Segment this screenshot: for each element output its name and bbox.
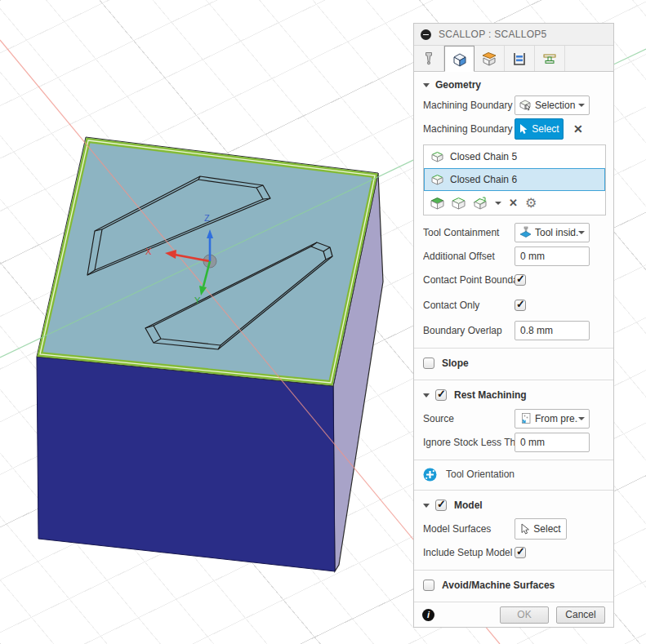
additional-offset-label: Additional Offset <box>423 251 515 262</box>
tool-containment-row: Tool Containment Tool insid... <box>414 220 613 244</box>
model-surfaces-row: Model Surfaces Select <box>414 517 613 540</box>
ignore-stock-label: Ignore Stock Less Th... <box>423 437 515 448</box>
dialog-title: SCALLOP : SCALLOP5 <box>439 29 547 40</box>
selection-cube-icon <box>519 99 532 111</box>
additional-offset-row: Additional Offset <box>414 244 613 268</box>
chevron-down-icon <box>423 83 430 87</box>
ignore-stock-row: Ignore Stock Less Th... <box>414 430 613 454</box>
machining-boundary-selection-label: Machining Boundary ... <box>423 123 515 135</box>
dropdown-caret-icon <box>578 231 585 234</box>
model-surfaces-select-button[interactable]: Select <box>515 518 567 540</box>
tool-orientation-label: Tool Orientation <box>446 469 515 480</box>
passes-icon <box>511 51 528 67</box>
tab-linking[interactable] <box>535 46 565 71</box>
model-surfaces-label: Model Surfaces <box>423 523 515 535</box>
source-value: From pre... <box>535 413 578 424</box>
boundary-overlap-label: Boundary Overlap <box>423 325 515 336</box>
machining-boundary-value: Selection <box>535 100 578 111</box>
tool-inside-icon <box>519 226 532 238</box>
boundary-overlap-input[interactable] <box>515 321 590 340</box>
tool-containment-dropdown[interactable]: Tool insid... <box>515 223 590 242</box>
cursor-icon <box>519 123 528 135</box>
section-avoid-header: Avoid/Machine Surfaces <box>414 571 613 593</box>
dialog-collapse-icon[interactable] <box>421 29 431 40</box>
tab-geometry[interactable] <box>444 46 474 72</box>
section-rest-machining-header[interactable]: Rest Machining <box>414 380 613 403</box>
clear-selection-icon[interactable]: ✕ <box>573 122 583 135</box>
source-row: Source From pre... <box>414 406 613 430</box>
list-item-closed-chain-6[interactable]: Closed Chain 6 <box>424 168 605 191</box>
select-face-icon[interactable] <box>430 197 444 210</box>
tool-containment-label: Tool Containment <box>423 227 515 238</box>
machining-boundary-select-row: Machining Boundary ... Select ✕ <box>414 117 613 140</box>
avoid-surfaces-checkbox[interactable] <box>423 580 434 591</box>
dropdown-caret-icon <box>578 104 585 107</box>
contact-point-checkbox[interactable] <box>515 274 526 286</box>
heights-icon <box>481 51 497 67</box>
contact-only-row: Contact Only <box>414 291 613 318</box>
tab-tool[interactable] <box>414 46 444 71</box>
machining-boundary-label: Machining Boundary <box>423 100 515 111</box>
tool-containment-value: Tool insid... <box>535 227 578 238</box>
section-slope-header: Slope <box>414 349 613 371</box>
linking-icon <box>541 51 558 67</box>
z-axis-label: Z <box>204 213 210 223</box>
dialog-tabbar <box>414 46 613 72</box>
include-setup-model-label: Include Setup Model <box>423 547 515 558</box>
source-label: Source <box>423 413 515 424</box>
machining-boundary-select-button[interactable]: Select <box>515 118 564 140</box>
dialog-titlebar[interactable]: SCALLOP : SCALLOP5 <box>414 24 613 46</box>
chevron-down-icon <box>423 504 430 508</box>
chain-list-toolbar: ✕ ⚙ <box>424 191 605 215</box>
chain-cube-icon <box>431 151 443 162</box>
dialog-body: Geometry Machining Boundary Selection Ma… <box>414 72 613 602</box>
tool-orientation-row[interactable]: Tool Orientation <box>414 460 613 488</box>
chevron-down-icon <box>423 393 430 398</box>
chain-list: Closed Chain 5 Closed Chain 6 <box>423 144 606 215</box>
toolbar-caret-icon[interactable] <box>495 202 501 205</box>
contact-only-label: Contact Only <box>423 300 515 311</box>
machining-boundary-dropdown[interactable]: Selection <box>515 95 590 115</box>
slope-checkbox[interactable] <box>423 358 434 369</box>
tab-passes[interactable] <box>505 46 535 71</box>
tab-heights[interactable] <box>474 46 505 71</box>
model-checkbox[interactable] <box>435 500 447 511</box>
tool-icon <box>421 51 437 67</box>
scallop-dialog: SCALLOP : SCALLOP5 <box>413 23 614 628</box>
list-item-closed-chain-5[interactable]: Closed Chain 5 <box>424 145 605 168</box>
section-model-header[interactable]: Model <box>414 491 613 513</box>
machining-boundary-row: Machining Boundary Selection <box>414 93 613 117</box>
select-partial-icon[interactable] <box>473 197 488 210</box>
remove-chain-icon[interactable]: ✕ <box>509 197 518 209</box>
additional-offset-input[interactable] <box>515 246 590 266</box>
contact-only-checkbox[interactable] <box>515 300 526 311</box>
info-icon[interactable]: i <box>422 609 434 621</box>
model-front-face[interactable] <box>37 357 335 571</box>
gear-icon[interactable]: ⚙ <box>525 197 537 210</box>
source-dropdown[interactable]: From pre... <box>515 409 590 429</box>
dropdown-caret-icon <box>578 417 585 420</box>
tool-orientation-icon <box>423 468 437 482</box>
cancel-button[interactable]: Cancel <box>556 606 605 624</box>
from-previous-icon <box>519 412 532 424</box>
dialog-footer: i OK Cancel <box>414 602 613 627</box>
include-setup-model-row: Include Setup Model <box>414 540 613 564</box>
x-axis-label: X <box>145 246 152 256</box>
cursor-icon <box>520 523 530 535</box>
y-axis-label: Y <box>194 295 201 305</box>
rest-machining-checkbox[interactable] <box>435 389 447 401</box>
boundary-overlap-row: Boundary Overlap <box>414 318 613 342</box>
chain-cube-icon <box>431 174 443 185</box>
contact-point-label: Contact Point Bounda... <box>423 274 515 286</box>
ignore-stock-input[interactable] <box>515 433 590 452</box>
select-outline-icon[interactable] <box>452 197 466 210</box>
contact-point-row: Contact Point Bounda... <box>414 268 613 291</box>
geometry-icon <box>452 51 468 67</box>
ok-button[interactable]: OK <box>500 606 549 624</box>
include-setup-model-checkbox[interactable] <box>515 547 526 558</box>
section-geometry-header[interactable]: Geometry <box>414 72 613 93</box>
